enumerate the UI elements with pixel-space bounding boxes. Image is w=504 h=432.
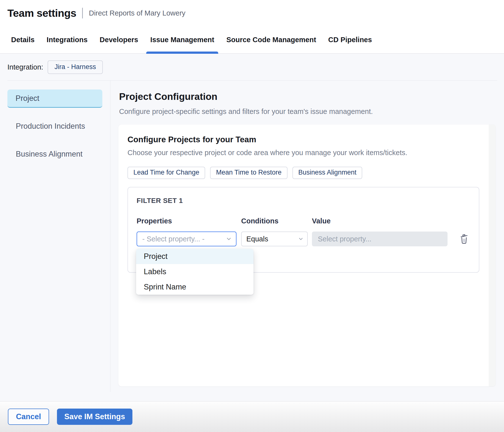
tab-details[interactable]: Details (11, 26, 35, 53)
page-header: Team settings Direct Reports of Mary Low… (0, 0, 504, 26)
tab-bar: Details Integrations Developers Issue Ma… (0, 26, 504, 54)
chevron-down-icon (298, 236, 304, 242)
properties-select-placeholder: - Select property... - (142, 235, 205, 243)
tab-issue-management[interactable]: Issue Management (150, 26, 214, 53)
filter-column-headers: Properties Conditions Value (137, 217, 479, 225)
title-separator (82, 8, 83, 18)
save-im-settings-button[interactable]: Save IM Settings (57, 409, 132, 425)
metric-chip-row: Lead Time for Change Mean Time to Restor… (127, 167, 479, 179)
chip-mean-time-to-restore[interactable]: Mean Time to Restore (210, 167, 288, 179)
sidebar-item-project[interactable]: Project (7, 90, 102, 108)
integration-label: Integration: (7, 63, 43, 71)
column-header-conditions: Conditions (241, 217, 308, 225)
dropdown-option-sprint-name[interactable]: Sprint Name (136, 279, 253, 295)
value-input[interactable] (312, 232, 448, 246)
properties-dropdown: Project Labels Sprint Name (136, 249, 253, 295)
trash-icon (459, 233, 469, 244)
main-panel: Project Configuration Configure project-… (110, 81, 504, 401)
conditions-select[interactable]: Equals (241, 232, 308, 246)
content-area: Integration: Jira - Harness Project Prod… (0, 54, 504, 401)
page-title: Team settings (7, 7, 76, 19)
sidebar-item-production-incidents[interactable]: Production Incidents (16, 122, 110, 131)
tab-cd-pipelines[interactable]: CD Pipelines (328, 26, 372, 53)
dropdown-option-labels[interactable]: Labels (136, 264, 253, 279)
cancel-button[interactable]: Cancel (8, 409, 49, 425)
tab-integrations[interactable]: Integrations (47, 26, 88, 53)
section-title: Project Configuration (118, 91, 496, 102)
integration-chip[interactable]: Jira - Harness (48, 60, 103, 74)
sidebar-item-business-alignment[interactable]: Business Alignment (16, 150, 110, 159)
card-title: Configure Projects for your Team (127, 135, 479, 144)
card-description: Choose your respective project or code a… (127, 149, 479, 157)
column-header-value: Value (312, 217, 448, 225)
filter-set-title: FILTER SET 1 (137, 197, 479, 205)
tab-source-code-management[interactable]: Source Code Management (226, 26, 316, 53)
column-header-properties: Properties (137, 217, 236, 225)
page-subtitle: Direct Reports of Mary Lowery (89, 9, 185, 17)
filter-set-1: FILTER SET 1 Properties Conditions Value… (127, 187, 479, 273)
section-description: Configure project-specific settings and … (118, 108, 496, 116)
chevron-down-icon (226, 236, 232, 242)
conditions-select-value: Equals (246, 235, 268, 243)
chip-lead-time-for-change[interactable]: Lead Time for Change (127, 167, 205, 179)
card-scroll-gutter (489, 125, 496, 386)
action-footer: Cancel Save IM Settings (0, 401, 504, 432)
configure-projects-card: Configure Projects for your Team Choose … (118, 125, 496, 386)
settings-sidebar: Project Production Incidents Business Al… (0, 81, 110, 401)
integration-row: Integration: Jira - Harness (0, 54, 504, 81)
sidebar-item-label: Project (16, 94, 39, 103)
filter-row: - Select property... - Project Labels Sp… (137, 232, 479, 246)
properties-select[interactable]: - Select property... - (137, 232, 236, 246)
delete-filter-button[interactable] (459, 233, 469, 245)
chip-business-alignment[interactable]: Business Alignment (292, 167, 362, 179)
dropdown-option-project[interactable]: Project (136, 249, 253, 264)
tab-developers[interactable]: Developers (100, 26, 138, 53)
